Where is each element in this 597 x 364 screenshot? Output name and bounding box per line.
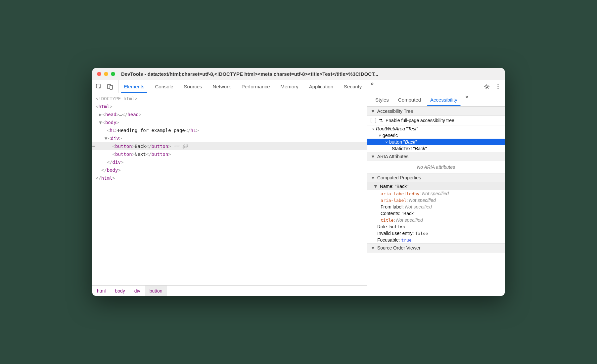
prop-focusable: Focusable: true <box>367 237 505 243</box>
breadcrumb: html body div button <box>92 285 367 296</box>
dom-button-back[interactable]: <button>Back</button> == $0 <box>92 142 367 150</box>
crumb-html[interactable]: html <box>92 286 110 296</box>
flask-icon: ⚗ <box>379 118 383 123</box>
dom-body-close[interactable]: </body> <box>92 166 367 174</box>
computed-name[interactable]: ▼Name: "Back" <box>367 182 505 190</box>
side-more-icon[interactable]: » <box>462 93 472 106</box>
svg-point-4 <box>497 84 498 85</box>
crumb-div[interactable]: div <box>130 286 145 296</box>
traffic-lights <box>97 72 115 76</box>
a11y-root[interactable]: ∨RootWebArea "Test" <box>367 125 505 132</box>
a11y-generic[interactable]: ∨generic <box>367 132 505 139</box>
dom-html-close[interactable]: </html> <box>92 174 367 182</box>
content-area: <!DOCTYPE html> <html> ▶<head>…</head> ▼… <box>92 93 505 296</box>
crumb-button[interactable]: button <box>145 286 167 296</box>
dom-button-next[interactable]: <button>Next</button> <box>92 150 367 158</box>
tab-elements[interactable]: Elements <box>118 80 150 93</box>
side-tab-styles[interactable]: Styles <box>371 93 393 106</box>
prop-role: Role: button <box>367 223 505 230</box>
crumb-body[interactable]: body <box>110 286 129 296</box>
more-tabs-icon[interactable]: » <box>367 80 377 93</box>
device-toggle-icon[interactable] <box>107 83 114 90</box>
side-panel: Styles Computed Accessibility » ▼Accessi… <box>367 93 505 296</box>
dom-html-open[interactable]: <html> <box>92 103 367 111</box>
settings-icon[interactable] <box>483 83 490 90</box>
dom-head[interactable]: ▶<head>…</head> <box>92 111 367 118</box>
a11y-static-text[interactable]: StaticText "Back" <box>367 145 505 152</box>
dom-doctype[interactable]: <!DOCTYPE html> <box>92 95 367 103</box>
dom-h1[interactable]: <h1>Heading for example page</h1> <box>92 126 367 134</box>
dom-tree[interactable]: <!DOCTYPE html> <html> ▶<head>…</head> ▼… <box>92 93 367 285</box>
svg-point-6 <box>497 88 498 89</box>
prop-aria-label: aria-label: Not specified <box>367 197 505 204</box>
tab-performance[interactable]: Performance <box>236 80 275 93</box>
tab-application[interactable]: Application <box>304 80 339 93</box>
dom-body-open[interactable]: ▼<body> <box>92 118 367 126</box>
svg-point-5 <box>497 86 498 87</box>
section-accessibility-tree[interactable]: ▼Accessibility Tree <box>367 107 505 116</box>
svg-point-3 <box>486 86 488 88</box>
prop-invalid: Invalid user entry: false <box>367 230 505 237</box>
enable-label: Enable full-page accessibility tree <box>386 118 454 123</box>
elements-panel: <!DOCTYPE html> <html> ▶<head>…</head> ▼… <box>92 93 367 296</box>
section-aria[interactable]: ▼ARIA Attributes <box>367 152 505 161</box>
section-source-order[interactable]: ▼Source Order Viewer <box>367 243 505 252</box>
minimize-icon[interactable] <box>104 72 108 76</box>
main-tabs: Elements Console Sources Network Perform… <box>118 80 480 93</box>
close-icon[interactable] <box>97 72 101 76</box>
titlebar: DevTools - data:text/html;charset=utf-8,… <box>92 68 505 80</box>
window-title: DevTools - data:text/html;charset=utf-8,… <box>121 71 500 77</box>
prop-title: title: Not specified <box>367 217 505 223</box>
tab-memory[interactable]: Memory <box>275 80 304 93</box>
side-tabs: Styles Computed Accessibility » <box>367 93 505 107</box>
kebab-menu-icon[interactable] <box>495 83 501 90</box>
tab-network[interactable]: Network <box>207 80 236 93</box>
aria-empty: No ARIA attributes <box>367 161 505 173</box>
a11y-button[interactable]: ∨button "Back" <box>367 139 505 145</box>
svg-rect-2 <box>110 85 113 89</box>
maximize-icon[interactable] <box>111 72 115 76</box>
tab-security[interactable]: Security <box>339 80 367 93</box>
side-tab-computed[interactable]: Computed <box>393 93 426 106</box>
section-computed[interactable]: ▼Computed Properties <box>367 173 505 182</box>
main-toolbar: Elements Console Sources Network Perform… <box>92 80 505 93</box>
prop-aria-labelledby: aria-labelledby: Not specified <box>367 190 505 197</box>
dom-div-close[interactable]: </div> <box>92 158 367 166</box>
prop-contents: Contents: "Back" <box>367 210 505 217</box>
tab-console[interactable]: Console <box>150 80 179 93</box>
enable-full-page-tree[interactable]: ⚗ Enable full-page accessibility tree <box>367 116 505 125</box>
devtools-window: DevTools - data:text/html;charset=utf-8,… <box>92 68 505 296</box>
inspect-icon[interactable] <box>96 83 102 90</box>
dom-div-open[interactable]: ▼<div> <box>92 134 367 142</box>
checkbox-icon[interactable] <box>371 118 376 123</box>
prop-from-label: From label: Not specified <box>367 204 505 210</box>
tab-sources[interactable]: Sources <box>179 80 207 93</box>
side-tab-accessibility[interactable]: Accessibility <box>426 93 462 106</box>
